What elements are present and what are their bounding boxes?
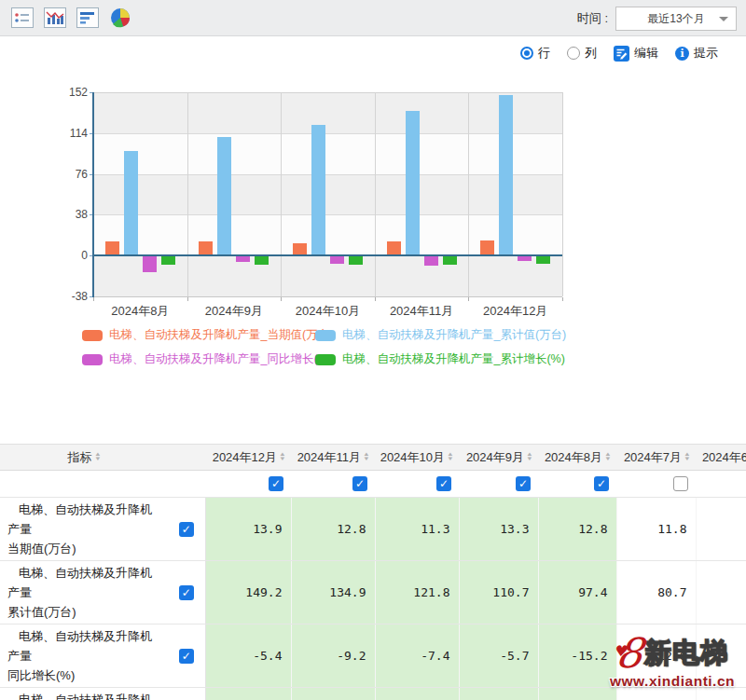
x-axis-tick	[93, 297, 94, 301]
table-cell: -15.2	[538, 625, 616, 688]
x-axis-label: 2024年11月	[375, 303, 469, 320]
y-axis-line	[92, 92, 94, 297]
chart-bar[interactable]	[161, 255, 175, 265]
table-cell: 121.8	[375, 561, 459, 625]
gridline-h	[94, 133, 562, 134]
x-axis-label: 2024年10月	[281, 303, 375, 320]
column-checkbox-cell: ✓	[291, 471, 375, 498]
column-header[interactable]: 2024年10月▲▼	[375, 445, 459, 471]
legend-item[interactable]: 电梯、自动扶梯及升降机产量_累计增长(%)	[315, 351, 565, 367]
column-header[interactable]: 2024年6月▲▼	[696, 445, 746, 471]
legend-swatch-icon	[82, 330, 103, 341]
checkbox-checked[interactable]: ✓	[269, 476, 283, 491]
bar-chart: 15211476380-382024年8月2024年9月2024年10月2024…	[0, 0, 746, 391]
plot-border-right	[562, 92, 563, 296]
checkbox-checked[interactable]: ✓	[594, 476, 609, 491]
legend-item[interactable]: 电梯、自动扶梯及升降机产量_当期值(万台)	[82, 327, 333, 343]
row-checkbox-column-header	[168, 445, 205, 471]
sort-icon[interactable]: ▲▼	[95, 452, 101, 461]
gridline-v	[375, 92, 376, 296]
y-axis-tick-label: -38	[56, 290, 88, 303]
table-cell	[616, 688, 696, 700]
column-header[interactable]: 2024年11月▲▼	[291, 445, 375, 471]
plot-band	[94, 133, 562, 174]
sort-icon[interactable]: ▲▼	[527, 452, 532, 461]
table-cell: -8.1	[375, 688, 459, 700]
chart-bar[interactable]	[105, 241, 119, 255]
table-cell	[696, 561, 746, 625]
table-header-row: 指标▲▼2024年12月▲▼2024年11月▲▼2024年10月▲▼2024年9…	[0, 445, 746, 471]
table-cell: 110.7	[459, 561, 538, 625]
chart-bar[interactable]	[480, 240, 494, 255]
row-checkbox-cell: ✓	[168, 625, 205, 688]
chart-bar[interactable]	[311, 125, 325, 255]
legend-label: 电梯、自动扶梯及升降机产量_累计增长(%)	[342, 351, 565, 367]
gridline-h	[94, 174, 562, 175]
column-checkbox-cell	[696, 471, 746, 498]
checkbox-checked[interactable]: ✓	[179, 585, 194, 600]
sort-icon[interactable]: ▲▼	[684, 452, 690, 461]
chart-bar[interactable]	[349, 255, 363, 264]
table-cell: -8.4	[538, 688, 616, 700]
legend-item[interactable]: 电梯、自动扶梯及升降机产量_同比增长(%)	[82, 351, 332, 367]
column-checkbox-cell: ✓	[538, 471, 616, 498]
x-axis-label: 2024年12月	[468, 303, 562, 320]
x-axis-tick	[281, 297, 282, 301]
gridline-v	[187, 92, 188, 296]
table-cell: 11.3	[375, 498, 459, 561]
table-cell: -12.6	[616, 625, 696, 688]
gridline-v	[281, 92, 282, 296]
chart-bar[interactable]	[406, 111, 420, 255]
chart-bar[interactable]	[124, 151, 138, 255]
table-cell: -5.4	[205, 625, 291, 688]
checkbox-checked[interactable]: ✓	[436, 476, 451, 491]
chart-bar[interactable]	[143, 255, 157, 272]
chart-bar[interactable]	[330, 255, 344, 264]
chart-bar[interactable]	[387, 241, 401, 255]
row-label: 电梯、自动扶梯及升降机产量累计值(万台)	[0, 561, 168, 625]
chart-bar[interactable]	[199, 241, 213, 255]
column-header[interactable]: 2024年12月▲▼	[205, 445, 291, 471]
legend-label: 电梯、自动扶梯及升降机产量_同比增长(%)	[109, 351, 332, 367]
chart-bar[interactable]	[424, 255, 438, 266]
column-header[interactable]: 2024年8月▲▼	[538, 445, 616, 471]
table-row: 电梯、自动扶梯及升降机产量累计值(万台)✓149.2134.9121.8110.…	[0, 561, 746, 625]
table-cell: 149.2	[205, 561, 291, 625]
chart-bar[interactable]	[499, 95, 513, 255]
y-axis-tick-label: 152	[56, 86, 88, 99]
y-axis-tick-label: 38	[56, 208, 88, 221]
table-row: 电梯、自动扶梯及升降机产量当期值(万台)✓13.912.811.313.312.…	[0, 498, 746, 561]
plot-band	[94, 174, 562, 215]
column-header[interactable]: 2024年7月▲▼	[616, 445, 696, 471]
sort-icon[interactable]: ▲▼	[605, 452, 611, 461]
chart-bar[interactable]	[536, 255, 550, 264]
sort-icon[interactable]: ▲▼	[280, 452, 285, 461]
column-checkbox-cell	[616, 471, 696, 498]
table-cell	[696, 688, 746, 700]
checkbox-checked[interactable]: ✓	[179, 522, 194, 537]
chart-bar[interactable]	[217, 137, 231, 256]
checkbox-checked[interactable]: ✓	[516, 476, 531, 491]
chart-bar[interactable]	[255, 255, 269, 264]
column-header-indicator[interactable]: 指标▲▼	[0, 445, 168, 471]
sort-icon[interactable]: ▲▼	[448, 452, 453, 461]
table-cell: -8.1	[459, 688, 538, 700]
legend-item[interactable]: 电梯、自动扶梯及升降机产量_累计值(万台)	[315, 327, 566, 343]
legend-swatch-icon	[315, 330, 336, 341]
checkbox-unchecked[interactable]	[673, 476, 688, 491]
table-cell: 134.9	[291, 561, 375, 625]
zero-line	[93, 254, 562, 256]
table-cell	[696, 498, 746, 561]
table-cell: 11.8	[616, 498, 696, 561]
checkbox-checked[interactable]: ✓	[179, 649, 194, 664]
y-axis-tick-label: 76	[56, 168, 88, 181]
row-label: 电梯、自动扶梯及升降机产量同比增长(%)	[0, 625, 168, 688]
legend-swatch-icon	[315, 354, 336, 365]
sort-icon[interactable]: ▲▼	[364, 452, 369, 461]
checkbox-checked[interactable]: ✓	[352, 476, 367, 491]
table-row: 电梯、自动扶梯及升降机产量累计增长(%)✓-8.0-8.2-8.1-8.1-8.…	[0, 688, 746, 700]
row-label: 电梯、自动扶梯及升降机产量当期值(万台)	[0, 498, 168, 561]
column-header[interactable]: 2024年9月▲▼	[459, 445, 538, 471]
chart-bar[interactable]	[443, 255, 457, 264]
x-axis-tick	[562, 297, 563, 301]
